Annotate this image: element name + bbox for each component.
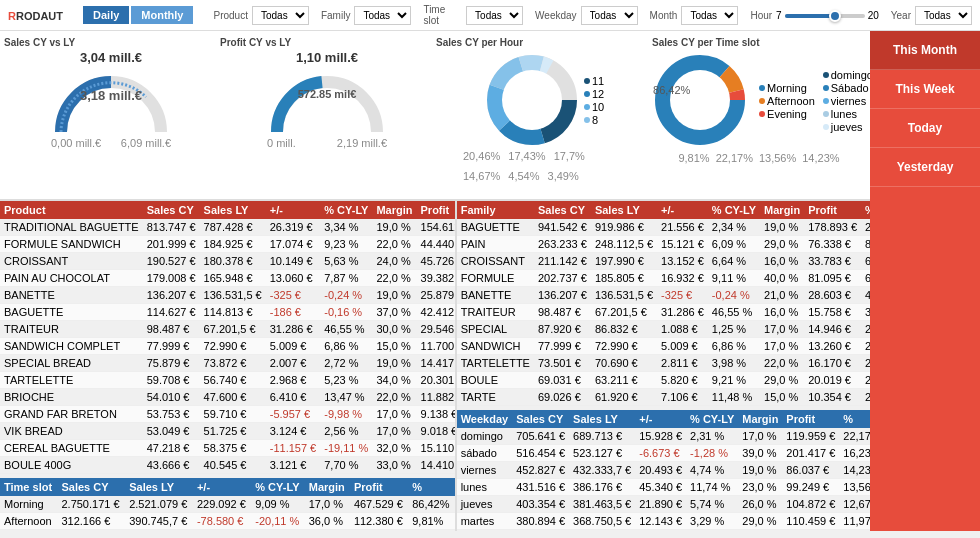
table-row: lunes431.516 €386.176 €45.340 €11,74 %23… [457,479,870,496]
table-row: TARTELETTE73.501 €70.690 €2.811 €3,98 %2… [457,355,870,372]
timeslot-select[interactable]: Todas [466,6,523,25]
right-tables: Family Sales CY Sales LY +/- % CY-LY Mar… [457,201,870,531]
product-select[interactable]: Todas [252,6,309,25]
sales-center-value: 3,18 mill.€ [80,88,142,103]
table-row: BAGUETTE941.542 €919.986 €21.556 €2,34 %… [457,219,870,236]
col-product: Product [0,201,143,219]
hour-legend: 11 12 10 8 [584,75,604,126]
timeslot-filter: Time slot Todas [423,4,523,26]
table-row: TARTE69.026 €61.920 €7.106 €11,48 %15,0 … [457,389,870,406]
family-select[interactable]: Todas [354,6,411,25]
family-table: Family Sales CY Sales LY +/- % CY-LY Mar… [457,201,870,406]
year-select[interactable]: Todas [915,6,972,25]
hour-min: 7 [776,10,782,21]
product-table: Product Sales CY Sales LY +/- % CY-LY Ma… [0,201,457,474]
table-row: SANDWICH77.999 €72.990 €5.009 €6,86 %17,… [457,338,870,355]
table-row: PAIN AU CHOCOLAT179.008 €165.948 €13.060… [0,270,457,287]
family-filter: Family Todas [321,6,411,25]
month-filter: Month Todas [650,6,739,25]
sales-cy-ly-chart: Sales CY vs LY 3,04 mill.€ 3,18 mill.€ 0… [4,37,218,195]
monthly-button[interactable]: Monthly [131,6,193,24]
col-profit: Profit [417,201,457,219]
timeslot-table: Time slot Sales CY Sales LY +/- % CY-LY … [0,478,455,531]
table-row: TRAITEUR98.487 €67.201,5 €31.286 €46,55 … [0,321,457,338]
year-filter: Year Todas [891,6,972,25]
profit-cy-ly-chart: Profit CY vs LY 1,10 mill.€ 572.85 mil€ … [220,37,434,195]
table-row: domingo705.641 €689.713 €15.928 €2,31 %1… [457,428,870,445]
table-row: miércoles291.794 €263.039,5 €28.755 €10,… [457,530,870,532]
product-filter: Product Todas [213,6,308,25]
this-week-button[interactable]: This Week [870,70,980,109]
profit-top-value: 1,10 mill.€ [296,50,358,65]
weekday-filter: Weekday Todas [535,6,638,25]
hour-donut-svg [482,50,582,150]
col-pct: % CY-LY [320,201,372,219]
table-row: BOULE69.031 €63.211 €5.820 €9,21 %29,0 %… [457,372,870,389]
table-row: BOULE 400G43.666 €40.545 €3.121 €7,70 %3… [0,457,457,474]
col-diff: +/- [266,201,320,219]
table-row: PAIN263.233 €248.112,5 €15.121 €6,09 %29… [457,236,870,253]
table-row: BANETTE136.207 €136.531,5 €-325 €-0,24 %… [0,287,457,304]
timeslot-donut-svg [645,50,755,150]
hour-max: 20 [868,10,879,21]
daily-button[interactable]: Daily [83,6,129,24]
this-month-button[interactable]: This Month [870,31,980,70]
table-row: viernes452.827 €432.333,7 €20.493 €4,74 … [457,462,870,479]
table-row: Evening120.142 €132.778,5 €-12.637 €-9,5… [0,530,455,532]
table-row: Morning2.750.171 €2.521.079 €229.092 €9,… [0,496,455,513]
today-button[interactable]: Today [870,109,980,148]
hour-filter: Hour 7 20 [750,10,878,21]
sales-top-value: 3,04 mill.€ [80,50,142,65]
table-row: BANETTE136.207 €136.531,5 €-325 €-0,24 %… [457,287,870,304]
table-row: BAGUETTE114.627 €114.813 €-186 €-0,16 %3… [0,304,457,321]
table-row: FORMULE202.737 €185.805 €16.932 €9,11 %4… [457,270,870,287]
table-row: sábado516.454 €523.127 €-6.673 €-1,28 %3… [457,445,870,462]
yesterday-button[interactable]: Yesterday [870,148,980,187]
table-row: SPECIAL BREAD75.879 €73.872 €2.007 €2,72… [0,355,457,372]
table-row: jueves403.354 €381.463,5 €21.890 €5,74 %… [457,496,870,513]
table-row: martes380.894 €368.750,5 €12.143 €3,29 %… [457,513,870,530]
table-row: TRADITIONAL BAGUETTE813.747 €787.428 €26… [0,219,457,236]
view-toggle: Daily Monthly [83,6,193,24]
table-row: SANDWICH COMPLET77.999 €72.990 €5.009 €6… [0,338,457,355]
table-row: CROISSANT211.142 €197.990 €13.152 €6,64 … [457,253,870,270]
table-row: TARTELETTE59.708 €56.740 €2.968 €5,23 %3… [0,372,457,389]
header: RRODAUT Daily Monthly Product Todas Fami… [0,0,980,31]
table-row: Afternoon312.166 €390.745,7 €-78.580 €-2… [0,513,455,530]
sales-per-timeslot-chart: Sales CY per Time slot [652,37,866,195]
table-row: VIK BREAD53.049 €51.725 €3.124 €2,56 %17… [0,423,457,440]
table-row: CEREAL BAGUETTE47.218 €58.375 €-11.157 €… [0,440,457,457]
hour-slider[interactable] [785,14,865,18]
table-row: SPECIAL87.920 €86.832 €1.088 €1,25 %17,0… [457,321,870,338]
profit-gauge-svg [267,67,387,137]
col-sales-ly: Sales LY [200,201,266,219]
weekday-select[interactable]: Todas [581,6,638,25]
table-row: CROISSANT190.527 €180.378 €10.149 €5,63 … [0,253,457,270]
sales-per-hour-chart: Sales CY per Hour [436,37,650,195]
profit-center-value: 572.85 mil€ [298,88,357,100]
weekday-table: Weekday Sales CY Sales LY +/- % CY-LY Ma… [457,410,870,531]
product-table-section: Product Sales CY Sales LY +/- % CY-LY Ma… [0,201,457,531]
table-row: BRIOCHE54.010 €47.600 €6.410 €13,47 %22,… [0,389,457,406]
svg-point-7 [502,70,562,130]
logo: RRODAUT [8,6,63,24]
table-row: TRAITEUR98.487 €67.201,5 €31.286 €46,55 … [457,304,870,321]
col-margin: Margin [372,201,416,219]
table-row: FORMULE SANDWICH201.999 €184.925 €17.074… [0,236,457,253]
svg-point-11 [670,70,730,130]
table-row: GRAND FAR BRETON53.753 €59.710 €-5.957 €… [0,406,457,423]
col-sales-cy: Sales CY [143,201,200,219]
month-select[interactable]: Todas [681,6,738,25]
sidebar-buttons: This Month This Week Today Yesterday [870,31,980,531]
